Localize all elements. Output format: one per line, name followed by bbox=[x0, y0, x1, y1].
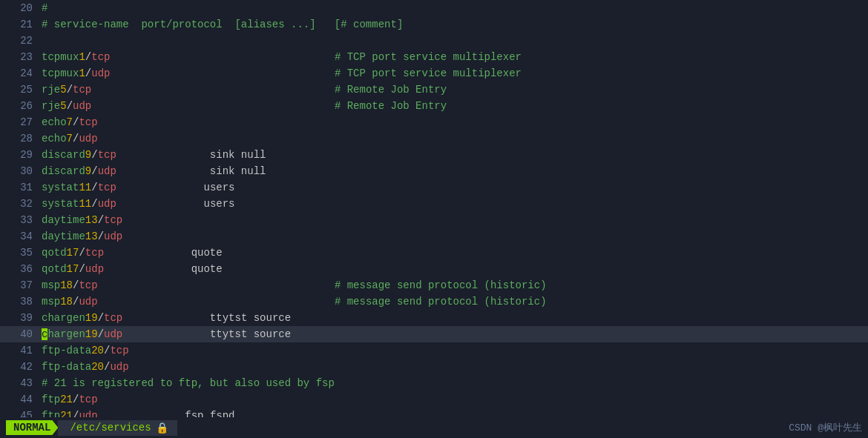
protocol: udp bbox=[79, 133, 97, 145]
service-name: tcpmux bbox=[42, 67, 79, 79]
code-line: 37msp 18/tcp # message send protocol (hi… bbox=[0, 277, 868, 293]
line-number: 21 bbox=[6, 19, 33, 30]
port-number: 19 bbox=[85, 312, 98, 324]
port-number: 11 bbox=[79, 182, 91, 193]
alias-text: sink null bbox=[116, 149, 266, 161]
code-line: 38msp 18/udp # message send protocol (hi… bbox=[0, 293, 868, 310]
port-number: 21 bbox=[60, 394, 73, 405]
code-line: 25rje 5/tcp # Remote Job Entry bbox=[0, 82, 868, 98]
line-number: 25 bbox=[6, 84, 33, 96]
code-line: 34daytime 13/udp bbox=[0, 228, 868, 245]
port-number: 5 bbox=[60, 100, 66, 112]
line-number: 28 bbox=[6, 133, 33, 145]
comment-text: # service-name port/protocol [aliases ..… bbox=[42, 19, 403, 30]
alias-text: ttytst source bbox=[122, 312, 291, 324]
service-name: ftp bbox=[42, 394, 60, 405]
protocol: udp bbox=[73, 100, 91, 112]
port-number: 9 bbox=[85, 165, 91, 177]
protocol: tcp bbox=[104, 214, 122, 226]
code-line: 30discard 9/udp sink null bbox=[0, 163, 868, 179]
port-number: 18 bbox=[60, 279, 73, 291]
protocol: tcp bbox=[98, 182, 116, 193]
code-line: 36qotd 17/udp quote bbox=[0, 261, 868, 277]
port-number: 1 bbox=[79, 51, 85, 63]
line-number: 34 bbox=[6, 230, 33, 242]
editor: 20#21# service-name port/protocol [alias… bbox=[0, 0, 868, 438]
comment-text: # bbox=[42, 2, 47, 14]
protocol: udp bbox=[85, 263, 104, 275]
code-line: 32systat 11/udp users bbox=[0, 196, 868, 212]
protocol: tcp bbox=[110, 345, 128, 356]
lock-icon: 🔒 bbox=[156, 422, 168, 434]
protocol: tcp bbox=[91, 51, 110, 63]
port-number: 1 bbox=[79, 67, 85, 79]
protocol: tcp bbox=[79, 116, 97, 128]
port-number: 20 bbox=[91, 345, 104, 356]
alias-text: ttytst source bbox=[122, 328, 291, 340]
service-name: echo bbox=[42, 116, 67, 128]
protocol: udp bbox=[104, 328, 122, 340]
service-name: qotd bbox=[42, 263, 67, 275]
alias-text: users bbox=[116, 198, 235, 210]
inline-comment: # TCP port service multiplexer bbox=[110, 51, 522, 63]
code-line: 22 bbox=[0, 33, 868, 49]
line-number: 36 bbox=[6, 263, 33, 275]
line-number: 23 bbox=[6, 51, 33, 63]
code-line: 40chargen 19/udp ttytst source bbox=[0, 326, 868, 342]
alias-text: users bbox=[116, 182, 235, 193]
comment-text: # 21 is registered to ftp, but also used… bbox=[42, 377, 335, 389]
line-number: 29 bbox=[6, 149, 33, 161]
filepath-text: /etc/services bbox=[70, 422, 151, 434]
code-line: 23tcpmux 1/tcp # TCP port service multip… bbox=[0, 49, 868, 65]
port-number: 17 bbox=[67, 247, 79, 259]
line-number: 24 bbox=[6, 67, 33, 79]
inline-comment: # message send protocol (historic) bbox=[98, 296, 547, 308]
code-line: 44ftp 21/tcp bbox=[0, 391, 868, 408]
line-number: 30 bbox=[6, 165, 33, 177]
code-line: 26rje 5/udp # Remote Job Entry bbox=[0, 98, 868, 114]
line-number: 32 bbox=[6, 198, 33, 210]
protocol: tcp bbox=[85, 247, 104, 259]
code-line: 31systat 11/tcp users bbox=[0, 179, 868, 196]
line-number: 38 bbox=[6, 296, 33, 308]
protocol: udp bbox=[110, 361, 128, 373]
protocol: udp bbox=[79, 296, 97, 308]
inline-comment: # Remote Job Entry bbox=[91, 100, 447, 112]
code-line: 43# 21 is registered to ftp, but also us… bbox=[0, 375, 868, 391]
port-number: 13 bbox=[85, 230, 98, 242]
code-line: 27echo 7/tcp bbox=[0, 114, 868, 130]
line-number: 43 bbox=[6, 377, 33, 389]
service-name: discard bbox=[42, 165, 85, 177]
line-number: 20 bbox=[6, 2, 33, 14]
service-name: rje bbox=[42, 100, 60, 112]
protocol: udp bbox=[104, 230, 122, 242]
code-line: 21# service-name port/protocol [aliases … bbox=[0, 16, 868, 33]
code-line: 20# bbox=[0, 0, 868, 16]
line-number: 27 bbox=[6, 116, 33, 128]
code-line: 29discard 9/tcp sink null bbox=[0, 147, 868, 163]
port-number: 20 bbox=[91, 361, 104, 373]
code-line: 42ftp-data 20/udp bbox=[0, 359, 868, 375]
port-number: 18 bbox=[60, 296, 73, 308]
inline-comment: # message send protocol (historic) bbox=[98, 279, 547, 291]
code-line: 39chargen 19/tcp ttytst source bbox=[0, 310, 868, 326]
line-number: 22 bbox=[6, 35, 33, 47]
port-number: 11 bbox=[79, 198, 91, 210]
port-number: 5 bbox=[60, 84, 66, 96]
inline-comment: # Remote Job Entry bbox=[91, 84, 447, 96]
service-name: rje bbox=[42, 84, 60, 96]
line-number: 45 bbox=[6, 410, 33, 417]
alias-text: quote bbox=[104, 247, 223, 259]
alias-text: sink null bbox=[116, 165, 266, 177]
protocol: udp bbox=[98, 165, 116, 177]
service-name: msp bbox=[42, 279, 60, 291]
service-name: ftp-data bbox=[42, 361, 91, 373]
alias-text: fsp fspd bbox=[98, 410, 235, 417]
code-line: 28echo 7/udp bbox=[0, 130, 868, 147]
protocol: tcp bbox=[104, 312, 122, 324]
vim-mode: NORMAL bbox=[6, 420, 58, 435]
service-name: daytime bbox=[42, 214, 85, 226]
filepath: /etc/services 🔒 bbox=[58, 420, 177, 436]
line-number: 37 bbox=[6, 279, 33, 291]
service-name: discard bbox=[42, 149, 85, 161]
